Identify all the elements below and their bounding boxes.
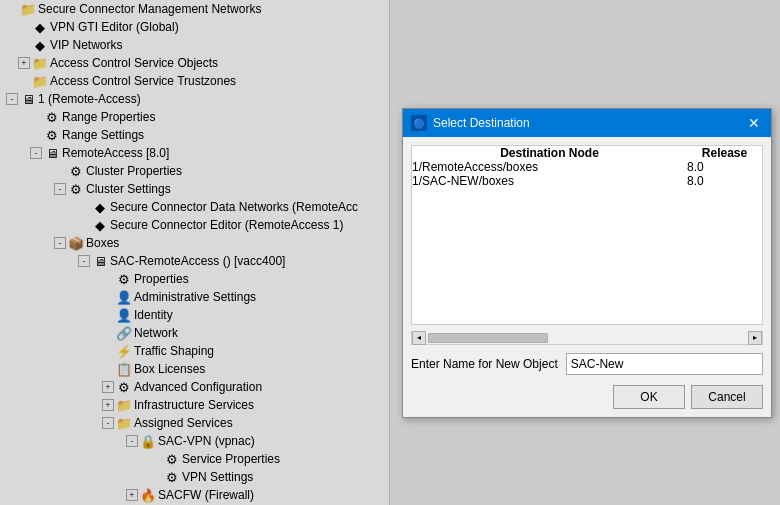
destination-table: Destination Node Release 1/RemoteAccess/…: [412, 146, 762, 188]
dialog-title-icon: 🔵: [411, 115, 427, 131]
release-cell: 8.0: [687, 160, 762, 174]
table-row[interactable]: 1/RemoteAccess/boxes8.0: [412, 160, 762, 174]
name-input-row: Enter Name for New Object: [411, 353, 763, 375]
dialog-overlay: 🔵 Select Destination ✕ Destination Node …: [0, 0, 780, 505]
dialog-titlebar: 🔵 Select Destination ✕: [403, 109, 771, 137]
scroll-right-arrow[interactable]: ▸: [748, 331, 762, 345]
dest-node-cell: 1/SAC-NEW/boxes: [412, 174, 687, 188]
dialog-title-text: Select Destination: [433, 116, 530, 130]
destination-table-scroll[interactable]: Destination Node Release 1/RemoteAccess/…: [411, 145, 763, 325]
horizontal-scrollbar[interactable]: ◂ ▸: [411, 331, 763, 345]
dest-node-column-header: Destination Node: [412, 146, 687, 160]
release-cell: 8.0: [687, 174, 762, 188]
dialog-button-row: OK Cancel: [411, 385, 763, 409]
name-input-field[interactable]: [566, 353, 763, 375]
dialog-close-button[interactable]: ✕: [745, 114, 763, 132]
release-column-header: Release: [687, 146, 762, 160]
name-input-label: Enter Name for New Object: [411, 357, 558, 371]
cancel-button[interactable]: Cancel: [691, 385, 763, 409]
select-destination-dialog: 🔵 Select Destination ✕ Destination Node …: [402, 108, 772, 418]
scroll-left-arrow[interactable]: ◂: [412, 331, 426, 345]
ok-button[interactable]: OK: [613, 385, 685, 409]
table-row[interactable]: 1/SAC-NEW/boxes8.0: [412, 174, 762, 188]
scroll-thumb[interactable]: [428, 333, 548, 343]
table-header-row: Destination Node Release: [412, 146, 762, 160]
dest-node-cell: 1/RemoteAccess/boxes: [412, 160, 687, 174]
dialog-body: Destination Node Release 1/RemoteAccess/…: [403, 137, 771, 417]
